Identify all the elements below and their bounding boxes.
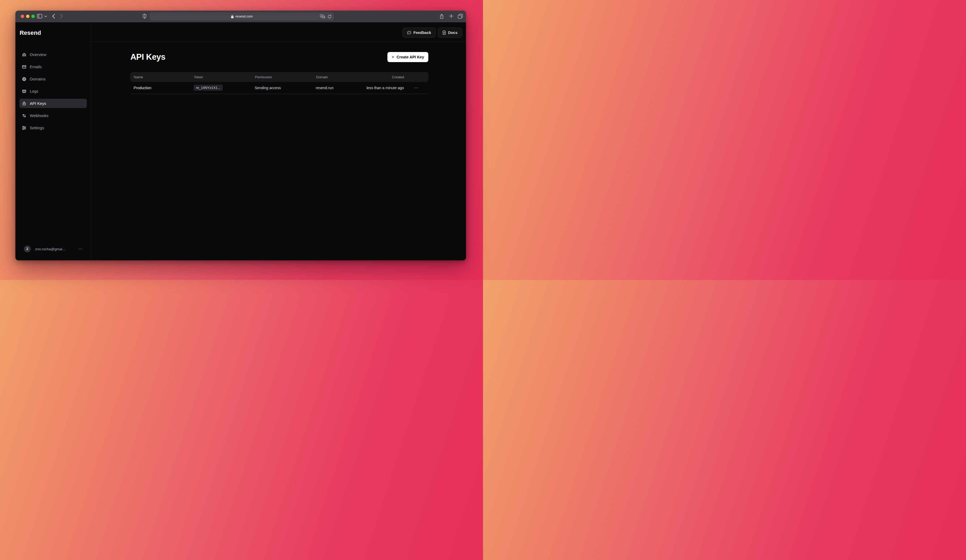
reload-icon[interactable]	[328, 15, 331, 19]
table-header: Name Token Permission Domain Created	[130, 72, 428, 82]
api-key-domain: resend.run	[312, 86, 363, 90]
api-keys-table: Name Token Permission Domain Created Pro…	[130, 72, 428, 94]
sidebar-item-domains[interactable]: Domains	[20, 74, 87, 84]
zoom-window-button[interactable]	[31, 15, 35, 18]
chevron-down-icon[interactable]	[44, 15, 47, 17]
api-key-name: Production	[130, 86, 191, 90]
sidebar-item-overview[interactable]: Overview	[20, 50, 87, 59]
sidebar-item-emails[interactable]: Emails	[20, 62, 87, 71]
column-created: Created	[363, 75, 404, 79]
globe-icon	[22, 77, 26, 81]
api-key-created: less than a minute ago	[363, 86, 404, 90]
privacy-shield-icon[interactable]	[143, 13, 146, 19]
sidebar-item-label: API Keys	[30, 101, 46, 106]
address-bar[interactable]: resend.com A 文	[150, 13, 334, 20]
back-button[interactable]	[52, 14, 55, 19]
toolbar-divider	[43, 14, 43, 19]
plus-icon: +	[392, 54, 394, 60]
browser-window: resend.com A 文	[15, 11, 466, 260]
sidebar-item-label: Logs	[30, 89, 38, 93]
avatar: Z	[24, 246, 31, 252]
sidebar-item-settings[interactable]: Settings	[20, 123, 87, 133]
row-menu-button[interactable]: ⋯	[404, 85, 428, 90]
tls-lock-icon	[231, 15, 234, 18]
column-token: Token	[191, 75, 252, 79]
column-permission: Permission	[252, 75, 313, 79]
sidebar-item-label: Overview	[30, 52, 46, 57]
user-account[interactable]: Z zno.rocha@gmai... ⋯	[24, 246, 82, 252]
column-domain: Domain	[313, 75, 363, 79]
sidebar-item-api-keys[interactable]: API Keys	[20, 99, 87, 108]
forward-button[interactable]	[60, 14, 63, 19]
user-email: zno.rocha@gmai...	[35, 247, 65, 251]
feedback-bubble-icon	[407, 31, 411, 35]
sidebar-item-label: Emails	[30, 64, 42, 69]
docs-label: Docs	[448, 31, 458, 35]
table-row: Production re_14NYz1X1... Sending access…	[130, 82, 428, 94]
sidebar-item-label: Domains	[30, 77, 45, 81]
minimize-window-button[interactable]	[26, 15, 30, 18]
sliders-icon	[22, 126, 26, 130]
tab-overview-icon[interactable]	[458, 14, 463, 19]
docs-button[interactable]: Docs	[438, 28, 462, 38]
sidebar-nav: Overview Emails Domains	[20, 50, 87, 135]
feedback-button[interactable]: Feedback	[402, 28, 436, 38]
logs-icon	[22, 89, 26, 93]
mail-icon	[22, 65, 26, 69]
home-icon	[22, 52, 26, 57]
window-controls	[21, 15, 35, 18]
page-title: API Keys	[130, 52, 166, 62]
api-key-token[interactable]: re_14NYz1X1...	[194, 85, 223, 91]
app-topbar: Feedback Docs	[91, 22, 466, 42]
sidebar-item-webhooks[interactable]: Webhooks	[20, 111, 87, 120]
api-key-permission: Sending access	[251, 86, 312, 90]
create-api-key-label: Create API Key	[397, 55, 424, 59]
address-url: resend.com	[235, 15, 253, 18]
resend-logo: Resend	[20, 29, 91, 36]
user-menu-button[interactable]: ⋯	[78, 247, 82, 251]
arrows-icon	[22, 114, 26, 118]
close-window-button[interactable]	[21, 15, 24, 18]
share-icon[interactable]	[440, 14, 444, 19]
svg-text:文: 文	[323, 16, 325, 18]
sidebar-toggle-icon[interactable]	[37, 14, 42, 19]
sidebar-item-label: Webhooks	[30, 113, 49, 118]
create-api-key-button[interactable]: + Create API Key	[388, 52, 428, 62]
translate-icon[interactable]: A 文	[320, 14, 325, 19]
sidebar-item-label: Settings	[30, 126, 44, 130]
sidebar-item-logs[interactable]: Logs	[20, 87, 87, 96]
feedback-label: Feedback	[414, 31, 431, 35]
lock-icon	[22, 102, 26, 106]
docs-icon	[442, 31, 446, 35]
main-panel: Feedback Docs API Keys + Create API	[91, 22, 466, 260]
sidebar: Resend Overview Emails	[15, 22, 91, 260]
column-name: Name	[131, 75, 191, 79]
new-tab-icon[interactable]	[449, 14, 453, 18]
browser-titlebar: resend.com A 文	[15, 11, 466, 22]
